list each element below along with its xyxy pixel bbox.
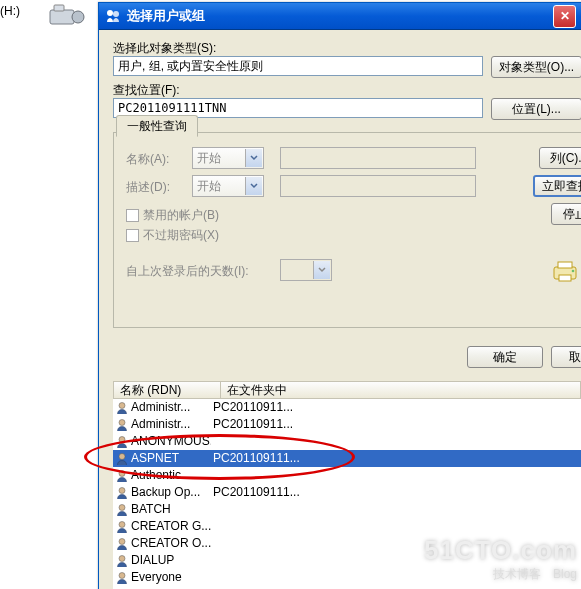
desc-label: 描述(D): — [126, 179, 170, 196]
location-label: 查找位置(F): — [113, 82, 180, 99]
cell-folder: PC201109111... — [211, 450, 300, 467]
user-icon — [115, 435, 129, 449]
user-icon — [115, 486, 129, 500]
svg-point-10 — [119, 419, 125, 425]
find-now-button[interactable]: 立即查找 — [533, 175, 581, 197]
name-label: 名称(A): — [126, 151, 169, 168]
chevron-down-icon — [245, 149, 262, 167]
table-row[interactable]: Everyone — [113, 569, 581, 586]
user-icon — [115, 520, 129, 534]
location-button[interactable]: 位置(L)... — [491, 98, 581, 120]
table-row[interactable]: BATCH — [113, 501, 581, 518]
col-name[interactable]: 名称 (RDN) — [114, 382, 221, 398]
days-combo[interactable] — [280, 259, 332, 281]
svg-point-3 — [107, 10, 113, 16]
stop-button[interactable]: 停止 — [551, 203, 581, 225]
cell-name: Authentic... — [131, 467, 211, 484]
select-users-dialog: 选择用户或组 ✕ 选择此对象类型(S): 用户, 组, 或内置安全性原则 对象类… — [98, 2, 581, 589]
svg-point-14 — [119, 487, 125, 493]
table-row[interactable]: DIALUP — [113, 552, 581, 569]
svg-rect-6 — [558, 262, 572, 268]
printer-icon — [552, 261, 580, 283]
disabled-accounts-checkbox[interactable]: 禁用的帐户(B) — [126, 207, 219, 224]
svg-point-13 — [119, 470, 125, 476]
user-icon — [115, 418, 129, 432]
camcorder-icon — [48, 2, 88, 30]
results-header[interactable]: 名称 (RDN) 在文件夹中 — [113, 381, 581, 399]
user-icon — [115, 571, 129, 585]
table-row[interactable]: Authentic... — [113, 467, 581, 484]
svg-rect-0 — [50, 10, 74, 24]
svg-point-12 — [119, 453, 125, 459]
user-icon — [115, 503, 129, 517]
cell-name: Administr... — [131, 399, 211, 416]
table-row[interactable]: ANONYMOUS... — [113, 433, 581, 450]
cell-folder: PC201109111... — [211, 484, 300, 501]
cell-folder: PC20110911... — [211, 399, 293, 416]
cell-folder: PC20110911... — [211, 416, 293, 433]
table-row[interactable]: Backup Op...PC201109111... — [113, 484, 581, 501]
cancel-button[interactable]: 取消 — [551, 346, 581, 368]
svg-point-11 — [119, 436, 125, 442]
svg-point-18 — [119, 555, 125, 561]
svg-point-15 — [119, 504, 125, 510]
cell-name: Backup Op... — [131, 484, 211, 501]
titlebar-users-icon — [105, 8, 121, 24]
close-button[interactable]: ✕ — [553, 5, 576, 28]
tab-general-query[interactable]: 一般性查询 — [116, 115, 198, 137]
cell-name: DIALUP — [131, 552, 211, 569]
user-icon — [115, 554, 129, 568]
dialog-title: 选择用户或组 — [127, 7, 553, 25]
user-icon — [115, 469, 129, 483]
cell-name: ANONYMOUS... — [131, 433, 211, 450]
object-types-button[interactable]: 对象类型(O)... — [491, 56, 581, 78]
columns-button[interactable]: 列(C)... — [539, 147, 581, 169]
svg-rect-7 — [559, 275, 571, 281]
object-types-field[interactable]: 用户, 组, 或内置安全性原则 — [113, 56, 483, 76]
user-icon — [115, 537, 129, 551]
svg-rect-2 — [54, 5, 64, 11]
query-panel: 一般性查询 名称(A): 开始 描述(D): 开始 禁用的帐户(B — [113, 132, 581, 328]
desc-value-field[interactable] — [280, 175, 476, 197]
desc-mode-combo[interactable]: 开始 — [192, 175, 264, 197]
cell-name: ASPNET — [131, 450, 211, 467]
table-row[interactable]: CREATOR G... — [113, 518, 581, 535]
non-expiring-password-checkbox[interactable]: 不过期密码(X) — [126, 227, 219, 244]
object-types-label: 选择此对象类型(S): — [113, 40, 216, 57]
table-row[interactable]: Administr...PC20110911... — [113, 416, 581, 433]
svg-point-17 — [119, 538, 125, 544]
titlebar[interactable]: 选择用户或组 ✕ — [99, 3, 581, 30]
cell-name: CREATOR O... — [131, 535, 211, 552]
col-folder[interactable]: 在文件夹中 — [221, 382, 581, 398]
results-list[interactable]: Administr...PC20110911...Administr...PC2… — [113, 399, 581, 589]
cell-name: Everyone — [131, 569, 211, 586]
user-icon — [115, 401, 129, 415]
table-row[interactable]: ASPNETPC201109111... — [113, 450, 581, 467]
name-value-field[interactable] — [280, 147, 476, 169]
svg-point-9 — [119, 402, 125, 408]
cell-name: Administr... — [131, 416, 211, 433]
table-row[interactable]: Administr...PC20110911... — [113, 399, 581, 416]
days-since-login-label: 自上次登录后的天数(I): — [126, 263, 249, 280]
chevron-down-icon — [245, 177, 262, 195]
svg-point-19 — [119, 572, 125, 578]
svg-point-16 — [119, 521, 125, 527]
chevron-down-icon — [313, 261, 330, 279]
svg-point-1 — [72, 11, 84, 23]
ok-button[interactable]: 确定 — [467, 346, 543, 368]
user-icon — [115, 452, 129, 466]
cell-name: BATCH — [131, 501, 211, 518]
svg-point-4 — [113, 11, 119, 17]
drive-label: (H:) — [0, 4, 20, 18]
cell-name: CREATOR G... — [131, 518, 211, 535]
svg-point-8 — [572, 270, 575, 273]
table-row[interactable]: CREATOR O... — [113, 535, 581, 552]
name-mode-combo[interactable]: 开始 — [192, 147, 264, 169]
